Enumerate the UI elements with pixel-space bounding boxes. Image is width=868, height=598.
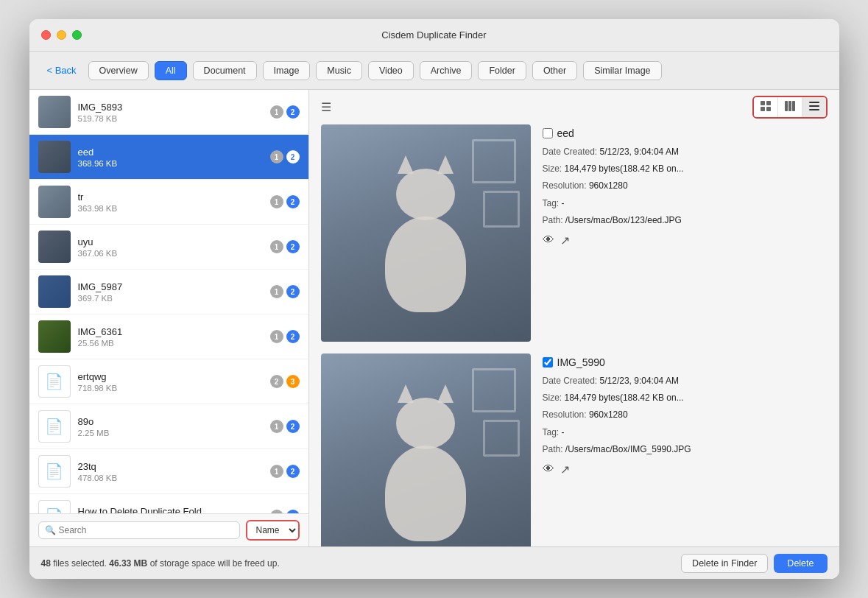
- badge-1: 1: [270, 465, 283, 478]
- item-name: 23tq: [78, 461, 264, 472]
- badge-1: 2: [270, 375, 283, 388]
- list-item[interactable]: eed 368.96 KB 1 2: [29, 135, 308, 180]
- main-content: IMG_5893 519.78 KB 1 2 eed 368.96 KB: [29, 90, 839, 546]
- grid-icon: [760, 100, 772, 112]
- sidebar-bottom: 🔍 Name Size Date Type: [29, 513, 308, 546]
- item-thumbnail: [38, 320, 71, 353]
- tab-video[interactable]: Video: [368, 61, 414, 80]
- delete-button[interactable]: Delete: [774, 554, 827, 573]
- item-name: IMG_5987: [78, 281, 264, 292]
- size-row: Size: 184,479 bytes(188.42 KB on...: [543, 391, 828, 405]
- close-button[interactable]: [41, 30, 51, 40]
- tab-all[interactable]: All: [155, 61, 187, 80]
- badge-2: 2: [286, 330, 300, 343]
- svg-rect-3: [766, 107, 771, 111]
- entry-checkbox[interactable]: [543, 357, 553, 367]
- search-icon: 🔍: [45, 525, 56, 535]
- tab-music[interactable]: Music: [316, 61, 362, 80]
- item-size: 25.56 MB: [78, 339, 264, 348]
- list-item[interactable]: 📄 23tq 478.08 KB 1 2: [29, 449, 308, 494]
- preview-button[interactable]: 👁: [543, 462, 554, 476]
- item-info: IMG_6361 25.56 MB: [78, 326, 264, 348]
- badge-1: 1: [270, 150, 283, 163]
- entry-checkbox[interactable]: [543, 128, 553, 138]
- sort-select[interactable]: Name Size Date Type: [246, 520, 300, 541]
- duplicate-image: [321, 124, 531, 342]
- item-name: ertqwg: [78, 371, 264, 382]
- list-item[interactable]: 📄 ertqwg 718.98 KB 2 3: [29, 359, 308, 404]
- storage-freed: 46.33 MB: [109, 558, 147, 569]
- item-info: 89o 2.25 MB: [78, 416, 264, 437]
- filter-icon: ☰: [321, 100, 331, 114]
- resolution-row: Resolution: 960x1280: [543, 179, 828, 193]
- list-item[interactable]: 📄 89o 2.25 MB 1 2: [29, 404, 308, 449]
- svg-rect-9: [809, 109, 819, 110]
- svg-rect-1: [766, 101, 771, 105]
- item-thumbnail: [38, 275, 71, 308]
- svg-rect-6: [792, 101, 795, 111]
- list-view-button[interactable]: [802, 97, 826, 117]
- list-item[interactable]: 📄 How to Delete Duplicate Fold... 1.55 M…: [29, 494, 308, 513]
- entry-title: eed: [543, 127, 828, 139]
- item-badges: 1 2: [270, 150, 300, 163]
- delete-in-finder-button[interactable]: Delete in Finder: [681, 554, 768, 573]
- columns-view-button[interactable]: [778, 97, 802, 117]
- tab-similar-image[interactable]: Similar Image: [583, 61, 661, 80]
- entry-filename: eed: [557, 127, 574, 139]
- action-buttons: Delete in Finder Delete: [681, 554, 827, 573]
- list-item[interactable]: IMG_5893 519.78 KB 1 2: [29, 90, 308, 135]
- open-external-button[interactable]: ↗: [560, 233, 570, 247]
- tab-overview[interactable]: Overview: [88, 61, 149, 80]
- grid-view-button[interactable]: [754, 97, 778, 117]
- badge-2: 2: [286, 285, 300, 298]
- tab-archive[interactable]: Archive: [420, 61, 473, 80]
- item-thumbnail: [38, 231, 71, 263]
- entry-actions: 👁 ↗: [543, 233, 828, 247]
- open-external-button[interactable]: ↗: [560, 462, 570, 476]
- columns-icon: [784, 100, 796, 112]
- item-thumbnail: 📄: [38, 455, 71, 488]
- preview-button[interactable]: 👁: [543, 233, 554, 247]
- item-badges: 1 2: [270, 195, 300, 208]
- item-thumbnail: 📄: [38, 410, 71, 443]
- right-toolbar: ☰: [309, 90, 839, 124]
- back-button[interactable]: < Back: [41, 62, 82, 79]
- toolbar: < Back Overview All Document Image Music…: [29, 52, 839, 90]
- item-size: 2.25 MB: [78, 429, 264, 437]
- item-info: 23tq 478.08 KB: [78, 461, 264, 482]
- list-item[interactable]: uyu 367.06 KB 1 2: [29, 225, 308, 270]
- duplicate-metadata: eed Date Created: 5/12/23, 9:04:04 AM Si…: [543, 124, 828, 247]
- date-created-row: Date Created: 5/12/23, 9:04:04 AM: [543, 145, 828, 159]
- badge-2: 2: [286, 240, 300, 253]
- item-size: 367.06 KB: [78, 249, 264, 258]
- list-item[interactable]: IMG_6361 25.56 MB 1 2: [29, 314, 308, 359]
- item-info: IMG_5893 519.78 KB: [78, 102, 264, 123]
- statusbar: 48 files selected. 46.33 MB of storage s…: [29, 546, 839, 579]
- right-content: eed Date Created: 5/12/23, 9:04:04 AM Si…: [309, 124, 839, 546]
- badge-2: 3: [286, 375, 300, 388]
- maximize-button[interactable]: [72, 30, 82, 40]
- right-panel: ☰: [309, 90, 839, 546]
- tab-folder[interactable]: Folder: [478, 61, 526, 80]
- entry-filename: IMG_5990: [557, 356, 605, 368]
- item-badges: 1 2: [270, 240, 300, 253]
- list-item[interactable]: IMG_5987 369.7 KB 1 2: [29, 270, 308, 314]
- svg-rect-4: [785, 101, 788, 111]
- badge-2: 2: [286, 195, 300, 208]
- tab-document[interactable]: Document: [193, 61, 257, 80]
- badge-1: 1: [270, 195, 283, 208]
- item-size: 519.78 KB: [78, 114, 264, 123]
- badge-1: 1: [270, 330, 283, 343]
- item-name: IMG_5893: [78, 102, 264, 113]
- size-row: Size: 184,479 bytes(188.42 KB on...: [543, 162, 828, 176]
- list-item[interactable]: tr 363.98 KB 1 2: [29, 180, 308, 225]
- item-info: How to Delete Duplicate Fold... 1.55 MB: [78, 506, 264, 514]
- item-name: 89o: [78, 416, 264, 427]
- tab-other[interactable]: Other: [532, 61, 577, 80]
- status-end: of storage space will be freed up.: [150, 558, 280, 569]
- svg-rect-2: [761, 107, 765, 111]
- search-input[interactable]: [59, 525, 233, 535]
- tab-image[interactable]: Image: [263, 61, 311, 80]
- item-badges: 2 3: [270, 375, 300, 388]
- minimize-button[interactable]: [57, 30, 66, 40]
